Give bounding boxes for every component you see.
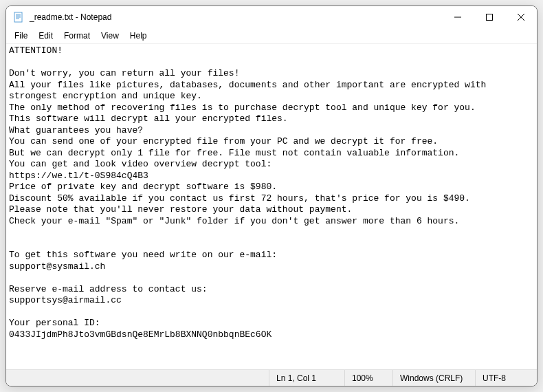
status-zoom: 100%: [344, 370, 392, 386]
maximize-button[interactable]: [474, 6, 505, 28]
svg-rect-6: [487, 14, 493, 21]
titlebar[interactable]: _readme.txt - Notepad: [6, 6, 537, 28]
menu-help[interactable]: Help: [124, 30, 153, 42]
status-encoding: UTF-8: [475, 370, 537, 386]
minimize-button[interactable]: [442, 6, 474, 28]
window-title: _readme.txt - Notepad: [30, 12, 442, 22]
menu-view[interactable]: View: [96, 30, 124, 42]
window-controls: [442, 6, 537, 28]
menu-edit[interactable]: Edit: [33, 30, 58, 42]
menu-format[interactable]: Format: [58, 30, 96, 42]
statusbar: Ln 1, Col 1 100% Windows (CRLF) UTF-8: [6, 369, 537, 386]
notepad-window: _readme.txt - Notepad File Edit Format V…: [5, 6, 538, 386]
close-button[interactable]: [505, 6, 537, 28]
notepad-icon: [13, 12, 24, 23]
status-line-ending: Windows (CRLF): [392, 370, 475, 386]
status-position: Ln 1, Col 1: [269, 370, 344, 386]
text-area[interactable]: ATTENTION! Don't worry, you can return a…: [6, 43, 537, 369]
menubar: File Edit Format View Help: [6, 28, 537, 43]
menu-file[interactable]: File: [9, 30, 33, 42]
